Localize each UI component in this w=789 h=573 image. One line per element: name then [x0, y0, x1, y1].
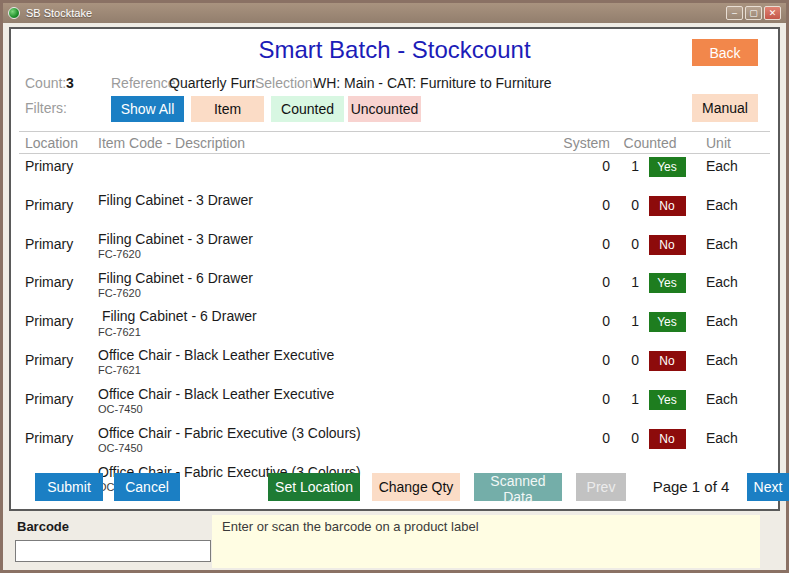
- app-window: SB Stocktake – ▢ ✕ Smart Batch - Stockco…: [0, 0, 789, 573]
- barcode-hint: Enter or scan the barcode on a product l…: [212, 515, 760, 568]
- selection-label: Selection:: [255, 75, 316, 91]
- window-title: SB Stocktake: [26, 7, 92, 19]
- column-header-item: Item Code - Description: [98, 135, 562, 151]
- barcode-input[interactable]: [15, 540, 211, 562]
- submit-button[interactable]: Submit: [35, 473, 103, 501]
- cancel-button[interactable]: Cancel: [114, 473, 180, 501]
- filter-uncounted-button[interactable]: Uncounted: [348, 96, 421, 122]
- row-system-qty: 0: [562, 234, 610, 252]
- reference-value: Quarterly Furn: [169, 75, 255, 91]
- manual-button[interactable]: Manual: [692, 94, 758, 122]
- row-counted-qty: 1: [610, 156, 644, 174]
- selection-value: WH: Main - CAT: Furniture to Furniture: [313, 75, 552, 91]
- row-counted-qty: 1: [610, 311, 644, 329]
- table-header: Location Item Code - Description System …: [19, 131, 770, 154]
- row-unit: Each: [690, 234, 762, 252]
- filters-label: Filters:: [25, 100, 67, 116]
- back-button[interactable]: Back: [692, 39, 758, 66]
- titlebar: SB Stocktake – ▢ ✕: [3, 3, 786, 23]
- minimize-icon[interactable]: –: [726, 6, 743, 20]
- table-row[interactable]: Primary Filing Cabinet - 6 Drawer FC-762…: [19, 232, 770, 271]
- row-unit: Each: [690, 195, 762, 213]
- row-counted-qty: 0: [610, 350, 644, 368]
- row-system-qty: 0: [562, 428, 610, 446]
- counted-badge: No: [649, 235, 686, 255]
- column-header-location: Location: [25, 135, 98, 151]
- counted-badge: Yes: [649, 312, 686, 332]
- set-location-button[interactable]: Set Location: [268, 473, 360, 501]
- next-page-button[interactable]: Next: [747, 473, 789, 501]
- row-location: Primary: [25, 428, 98, 446]
- barcode-label: Barcode: [17, 519, 69, 534]
- prev-page-button[interactable]: Prev: [576, 473, 626, 501]
- filters-row: Filters: Show All Item Counted Uncounted: [19, 95, 770, 123]
- row-location: Primary: [25, 350, 98, 368]
- counted-badge: Yes: [649, 157, 686, 177]
- scanned-data-button[interactable]: Scanned Data: [474, 473, 562, 501]
- page-title: Smart Batch - Stockcount: [11, 36, 778, 64]
- row-system-qty: 0: [562, 156, 610, 174]
- counted-badge: Yes: [649, 273, 686, 293]
- table-row[interactable]: Primary Filing Cabinet - 6 Drawer FC-762…: [19, 270, 770, 309]
- stock-table-body: Primary Filing Cabinet - 3 Drawer FC-762…: [19, 154, 770, 464]
- row-system-qty: 0: [562, 311, 610, 329]
- table-row[interactable]: Primary Office Chair - Fabric Executive …: [19, 387, 770, 426]
- count-label: Count:: [25, 75, 66, 91]
- table-row[interactable]: Primary Filing Cabinet - 3 Drawer FC-762…: [19, 193, 770, 232]
- barcode-bar: Barcode Enter or scan the barcode on a p…: [3, 511, 786, 570]
- row-location: Primary: [25, 234, 98, 252]
- row-location: Primary: [25, 389, 98, 407]
- main-panel: Smart Batch - Stockcount Back Count: 3 R…: [9, 27, 780, 511]
- table-row[interactable]: Primary Filing Cabinet - 3 Drawer FC-762…: [19, 154, 770, 193]
- footer-actions: Submit Cancel Set Location Change Qty Sc…: [19, 473, 770, 501]
- filter-counted-button[interactable]: Counted: [271, 96, 344, 122]
- count-value: 3: [66, 75, 74, 91]
- row-system-qty: 0: [562, 389, 610, 407]
- row-unit: Each: [690, 156, 762, 174]
- app-icon: [8, 7, 20, 19]
- row-unit: Each: [690, 428, 762, 446]
- counted-badge: No: [649, 429, 686, 449]
- counted-badge: No: [649, 351, 686, 371]
- column-header-system: System: [562, 135, 610, 151]
- row-counted-qty: 1: [610, 272, 644, 290]
- column-header-unit: Unit: [690, 135, 762, 151]
- row-counted-qty: 0: [610, 234, 644, 252]
- row-location: Primary: [25, 272, 98, 290]
- info-row: Count: 3 Reference: Quarterly Furn Selec…: [19, 75, 770, 95]
- column-header-counted: Counted: [610, 135, 690, 151]
- row-system-qty: 0: [562, 272, 610, 290]
- row-system-qty: 0: [562, 350, 610, 368]
- row-unit: Each: [690, 272, 762, 290]
- row-location: Primary: [25, 195, 98, 213]
- row-location: Primary: [25, 311, 98, 329]
- table-row[interactable]: Primary Office Chair - Black Leather Exe…: [19, 309, 770, 348]
- counted-badge: No: [649, 196, 686, 216]
- filter-item-button[interactable]: Item: [191, 96, 264, 122]
- page-indicator: Page 1 of 4: [641, 473, 741, 501]
- row-system-qty: 0: [562, 195, 610, 213]
- counted-badge: Yes: [649, 390, 686, 410]
- close-icon[interactable]: ✕: [764, 6, 781, 20]
- row-location: Primary: [25, 156, 98, 174]
- change-qty-button[interactable]: Change Qty: [372, 473, 460, 501]
- row-counted-qty: 0: [610, 428, 644, 446]
- row-unit: Each: [690, 311, 762, 329]
- table-row[interactable]: Primary Office Chair - Black Leather Exe…: [19, 348, 770, 387]
- maximize-icon[interactable]: ▢: [745, 6, 762, 20]
- row-unit: Each: [690, 389, 762, 407]
- row-unit: Each: [690, 350, 762, 368]
- table-row[interactable]: Primary Office Chair - Fabric Executive …: [19, 426, 770, 465]
- row-counted-qty: 0: [610, 195, 644, 213]
- row-counted-qty: 1: [610, 389, 644, 407]
- filter-show-all-button[interactable]: Show All: [111, 96, 184, 122]
